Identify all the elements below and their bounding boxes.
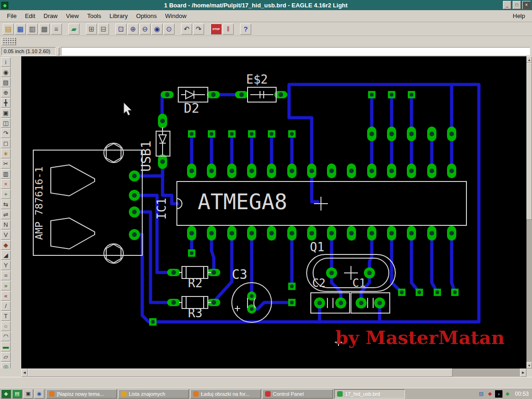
pinswap-tool-button[interactable]: ⇆	[1, 200, 11, 209]
start-menu-button[interactable]: ◆	[1, 389, 11, 399]
task-control-panel[interactable]: Control Panel	[262, 389, 333, 399]
scroll-right-button[interactable]: ▶	[520, 369, 526, 377]
tray-eagle-icon[interactable]: ◆	[504, 390, 511, 398]
show-tool-button[interactable]: ◉	[1, 67, 11, 77]
open-button[interactable]: ▤	[3, 24, 14, 35]
library-open-button[interactable]: ⊟	[98, 24, 109, 35]
arc-tool-button[interactable]: ◠	[1, 332, 11, 341]
task-17-hid-usb-brd[interactable]: 17_hid_usb.brd	[334, 389, 405, 399]
run-script-icon: ≡	[54, 25, 59, 32]
quick-launch-browser-button[interactable]: ◉	[34, 389, 44, 399]
maximize-button[interactable]: □	[513, 1, 521, 9]
close-button[interactable]: ×	[522, 1, 531, 9]
go-button[interactable]: ‖	[223, 24, 234, 35]
task-lista-znajomych[interactable]: Lista znajomych	[118, 389, 189, 399]
library-use-button[interactable]: ⊞	[86, 24, 97, 35]
menu-item-library[interactable]: Library	[105, 11, 132, 21]
print-button[interactable]: ▥	[27, 24, 38, 35]
tray-terminal-icon[interactable]: ›	[495, 390, 502, 398]
rect-icon: ▬	[3, 344, 9, 350]
menu-item-edit[interactable]: Edit	[21, 11, 39, 21]
rect-tool-button[interactable]: ▬	[1, 342, 11, 351]
zoom-fit-button[interactable]: ⊡	[115, 24, 127, 35]
polygon-tool-button[interactable]: ▱	[1, 352, 11, 362]
component-d2[interactable]	[178, 87, 208, 102]
group-tool-button[interactable]: ◻	[1, 139, 11, 148]
name-tool-button[interactable]: N	[1, 220, 11, 230]
zoom-select-button[interactable]: ⊙	[163, 24, 175, 35]
cam-processor-button[interactable]: ▩	[39, 24, 50, 35]
scroll-down-button[interactable]: ▼	[526, 362, 532, 369]
info-tool-button[interactable]: i	[1, 57, 11, 67]
menu-item-options[interactable]: Options	[132, 11, 161, 21]
label-q1: Q1	[310, 240, 324, 254]
optimize-tool-button[interactable]: ≈	[1, 271, 11, 280]
window-list-button[interactable]: ▤	[12, 389, 22, 399]
stop-button[interactable]: STOP	[211, 24, 222, 35]
menu-item-tools[interactable]: Tools	[83, 11, 105, 21]
minimize-button[interactable]: _	[503, 1, 511, 9]
mirror-tool-button[interactable]: ◫	[1, 118, 11, 128]
menu-item-file[interactable]: File	[3, 11, 21, 21]
display-tool-button[interactable]: ▤	[1, 78, 11, 87]
rotate-tool-button[interactable]: ↷	[1, 128, 11, 138]
route-tool-button[interactable]: »	[1, 281, 11, 290]
text-tool-button[interactable]: T	[1, 311, 11, 321]
menu-item-window[interactable]: Window	[161, 11, 191, 21]
menu-item-help[interactable]: Help	[508, 11, 529, 21]
zoom-in-button[interactable]: ⊕	[127, 24, 139, 35]
main-area: i◉▤⊕╋▣◫↷◻∗✂▥×+⇆⇌NV◆◢Y≈»«/T○◠▬▱◎~●#A✓!	[0, 56, 532, 369]
cut-tool-button[interactable]: ✂	[1, 159, 11, 169]
vertical-scroll-thumb[interactable]	[526, 63, 532, 220]
grid-settings-button[interactable]	[1, 37, 16, 45]
scroll-up-button[interactable]: ▲	[526, 56, 532, 63]
task-napisz-nowy-temat[interactable]: [Napisz nowy tema...	[46, 389, 117, 399]
task-control-panel-icon	[265, 391, 271, 397]
paste-icon: ▥	[3, 171, 8, 177]
save-button[interactable]: ▦	[15, 24, 26, 35]
run-script-button[interactable]: ≡	[51, 24, 62, 35]
undo-button[interactable]: ↶	[181, 24, 192, 35]
task-laduj-obrazki[interactable]: Ładuj obrazki na for...	[190, 389, 261, 399]
component-usb1[interactable]	[156, 127, 170, 156]
splitter-grip[interactable]	[57, 47, 60, 55]
component-usb-connector[interactable]	[33, 143, 142, 263]
coordinate-display: 0.05 inch (1.10 2.60)	[1, 47, 56, 55]
menu-item-view[interactable]: View	[62, 11, 83, 21]
miter-tool-button[interactable]: ◢	[1, 250, 11, 260]
board-canvas[interactable]: E$2 D2 USB1 IC1 ATMEGA8 AMP 787616-1 C3 …	[21, 56, 526, 369]
mark-tool-button[interactable]: ⊕	[1, 88, 11, 97]
paste-tool-button[interactable]: ▥	[1, 169, 11, 179]
wire-tool-button[interactable]: /	[1, 301, 11, 311]
board-schematic-button[interactable]: ▰	[68, 24, 79, 35]
move-tool-button[interactable]: ╋	[1, 98, 11, 108]
traces-layer	[134, 85, 479, 322]
zoom-out-button[interactable]: ⊖	[139, 24, 151, 35]
component-e2[interactable]	[248, 87, 276, 102]
scroll-left-button[interactable]: ◀	[21, 369, 28, 377]
add-tool-button[interactable]: +	[1, 189, 11, 199]
delete-tool-button[interactable]: ×	[1, 179, 11, 189]
tray-alert-icon[interactable]: ◆	[486, 390, 494, 398]
circle-tool-button[interactable]: ○	[1, 321, 11, 331]
redo-button[interactable]: ↷	[193, 24, 204, 35]
smash-tool-button[interactable]: ◆	[1, 240, 11, 250]
replace-tool-button[interactable]: ⇌	[1, 210, 11, 219]
eagle-window: ◆ 1 Board - /home/mat/Pulpit/17_hid_usb.…	[0, 0, 532, 399]
vertical-scrollbar[interactable]: ▲ ▼	[526, 56, 532, 369]
horizontal-scroll-thumb[interactable]	[28, 369, 453, 377]
change-tool-button[interactable]: ∗	[1, 149, 11, 158]
command-input[interactable]	[61, 47, 530, 55]
stop-icon: STOP	[212, 28, 220, 30]
value-tool-button[interactable]: V	[1, 230, 11, 240]
menubar: FileEditDrawViewToolsLibraryOptionsWindo…	[0, 10, 532, 22]
menu-item-draw[interactable]: Draw	[39, 11, 61, 21]
split-tool-button[interactable]: Y	[1, 260, 11, 270]
tray-klipper-icon[interactable]: ▨	[478, 390, 485, 398]
copy-tool-button[interactable]: ▣	[1, 108, 11, 118]
horizontal-scrollbar[interactable]: ◀ ▶	[21, 369, 526, 377]
help-button[interactable]: ?	[240, 24, 251, 35]
ripup-tool-button[interactable]: «	[1, 291, 11, 301]
zoom-redraw-button[interactable]: ◉	[151, 24, 163, 35]
quick-launch-terminal-button[interactable]: ▣	[23, 389, 33, 399]
